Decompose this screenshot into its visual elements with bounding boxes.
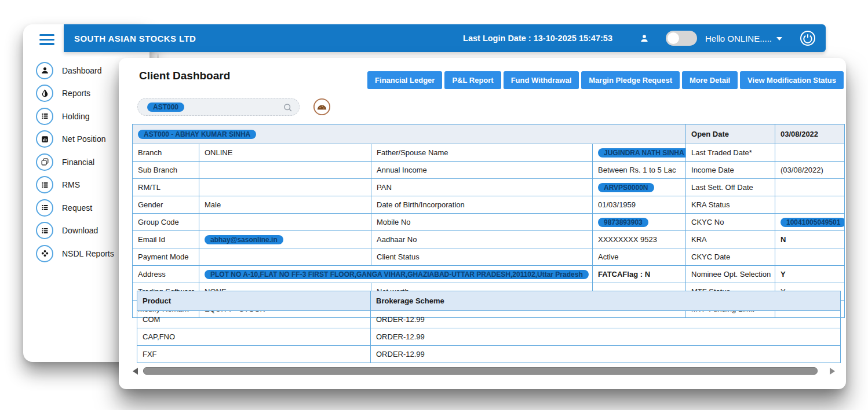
sidebar-item-label: NSDL Reports — [62, 249, 114, 258]
cell-label: Address — [133, 266, 199, 283]
sidebar-item-label: Holding — [62, 112, 89, 121]
cell-label: Annual Income — [371, 162, 593, 179]
cell-value: Open Date — [686, 125, 775, 144]
cell-value: Between Rs. 1 to 5 Lac — [593, 162, 686, 179]
cell-value — [199, 214, 371, 231]
cell-label: PAN — [371, 179, 593, 196]
cell-value — [775, 196, 845, 214]
cell-value: XXXXXXXX 9523 — [593, 231, 686, 248]
cell-value — [775, 144, 845, 162]
cell-label: Sub Branch — [133, 162, 199, 179]
cell-label: Payment Mode — [133, 248, 199, 266]
product-brokerage-table: ProductBrokerage SchemeCOMORDER-12.99CAP… — [137, 291, 841, 363]
list-icon — [36, 108, 53, 125]
cell-value: (03/08/2022) — [775, 162, 845, 179]
redacted-value: PLOT NO A-10,FLAT NO FF-3 FIRST FLOOR,GA… — [205, 270, 589, 279]
cell-label: Group Code — [133, 214, 199, 231]
table-row: Payment ModeClient StatusActiveCKYC Date — [133, 248, 845, 266]
logout-button[interactable] — [798, 30, 816, 47]
sidebar-item-label: Reports — [62, 89, 90, 98]
cell-label: Date of Birth/Incorporation — [371, 196, 593, 214]
client-search-input[interactable]: AST000 — [137, 98, 300, 116]
table-header-row: ProductBrokerage Scheme — [137, 291, 841, 311]
cell-value: 10041005049501 — [775, 214, 845, 231]
p-l-report-button[interactable]: P&L Report — [444, 71, 501, 89]
cell-label: Branch — [133, 144, 199, 162]
horizontal-scrollbar[interactable] — [133, 367, 835, 375]
financial-ledger-button[interactable]: Financial Ledger — [367, 71, 442, 89]
cell-value: FXF — [137, 346, 371, 363]
cell-value: Y — [775, 266, 845, 283]
sidebar-item-label: Download — [62, 226, 98, 235]
cell-value: Brokerage Scheme — [371, 291, 841, 311]
cell-label: Gender — [133, 196, 199, 214]
table-row: CAP,FNOORDER-12.99 — [137, 328, 841, 346]
table-row: FXFORDER-12.99 — [137, 346, 841, 363]
page-title: Client Dashboard — [139, 69, 230, 82]
redacted-value: 9873893903 — [598, 218, 648, 227]
client-info-table: AST000 - ABHAY KUMAR SINHAOpen Date03/08… — [132, 124, 845, 318]
view-modification-status-button[interactable]: View Modification Status — [740, 71, 844, 89]
droplet-icon — [36, 85, 53, 102]
hamburger-button[interactable] — [39, 34, 54, 45]
cell-value: Active — [593, 248, 686, 266]
cell-value — [199, 162, 371, 179]
margin-pledge-request-button[interactable]: Margin Pledge Request — [581, 71, 680, 89]
table-row: Group CodeMobile No9873893903CKYC No1004… — [133, 214, 845, 231]
cell-label: Client Status — [371, 248, 593, 266]
cell-value — [199, 248, 371, 266]
chevron-down-icon — [776, 37, 782, 41]
cell-label: Income Date — [686, 162, 775, 179]
cell-label: Last Sett. Off Date — [686, 179, 775, 196]
cell-value — [775, 179, 845, 196]
user-menu[interactable]: Hello ONLINE..... — [705, 34, 782, 43]
cell-value: JUGINDRA NATH SINHA — [593, 144, 686, 162]
cell-label: CKYC Date — [686, 248, 775, 266]
clover-icon — [36, 245, 53, 262]
cell-label: Mobile No — [371, 214, 593, 231]
cell-value — [775, 248, 845, 266]
table-row: Sub BranchAnnual IncomeBetween Rs. 1 to … — [133, 162, 845, 179]
list-icon — [36, 199, 53, 217]
cell-label: Nominee Opt. Selection — [686, 266, 775, 283]
theme-toggle[interactable] — [666, 31, 697, 46]
cell-label: Father/Spouse Name — [371, 144, 593, 162]
cell-value: Male — [199, 196, 371, 214]
cell-value: Product — [137, 291, 371, 311]
scrollbar-thumb[interactable] — [143, 367, 818, 375]
bar-chart-icon — [36, 130, 53, 148]
more-detail-button[interactable]: More Detail — [682, 71, 738, 89]
table-row: BranchONLINEFather/Spouse NameJUGINDRA N… — [133, 144, 845, 162]
cell-label: Last Traded Date* — [686, 144, 775, 162]
table-row: AddressPLOT NO A-10,FLAT NO FF-3 FIRST F… — [133, 266, 845, 283]
table-row: GenderMaleDate of Birth/Incorporation01/… — [133, 196, 845, 214]
action-buttons: Financial LedgerP&L ReportFund Withdrawa… — [367, 71, 844, 89]
cell-label: Email Id — [133, 231, 199, 248]
layers-icon — [36, 153, 53, 171]
user-icon[interactable] — [639, 32, 652, 45]
top-header-bar: SOUTH ASIAN STOCKS LTD Last Login Date :… — [64, 24, 826, 52]
last-login-label: Last Login Date : 13-10-2025 15:47:53 — [463, 34, 612, 43]
scroll-right-button[interactable] — [830, 368, 835, 375]
cell-value: ORDER-12.99 — [371, 328, 841, 346]
cookie-icon[interactable] — [313, 98, 331, 116]
cell-label: RM/TL — [133, 179, 199, 196]
search-icon — [282, 102, 293, 113]
table-row: RM/TLPANARVPS0000NLast Sett. Off Date — [133, 179, 845, 196]
toggle-knob — [668, 32, 679, 44]
scroll-left-button[interactable] — [133, 368, 138, 375]
fund-withdrawal-button[interactable]: Fund Withdrawal — [504, 71, 579, 89]
app-window: DashboardReportsHoldingNet PositionFinan… — [0, 0, 868, 410]
cell-value: ORDER-12.99 — [371, 346, 841, 363]
table-row: Email Idabhay@sasonline.inAadhaar NoXXXX… — [133, 231, 845, 248]
cell-label: CKYC No — [686, 214, 775, 231]
hamburger-icon — [39, 34, 54, 36]
cell-value: COM — [137, 311, 371, 328]
redacted-value: ARVPS0000N — [598, 183, 654, 192]
search-value-redacted: AST000 — [147, 103, 184, 112]
sidebar-item-label: RMS — [62, 180, 80, 189]
cell-value: FATCAFlag : N — [593, 266, 686, 283]
cell-value: PLOT NO A-10,FLAT NO FF-3 FIRST FLOOR,GA… — [199, 266, 593, 283]
cell-label: KRA Status — [686, 196, 775, 214]
cell-value: abhay@sasonline.in — [199, 231, 371, 248]
